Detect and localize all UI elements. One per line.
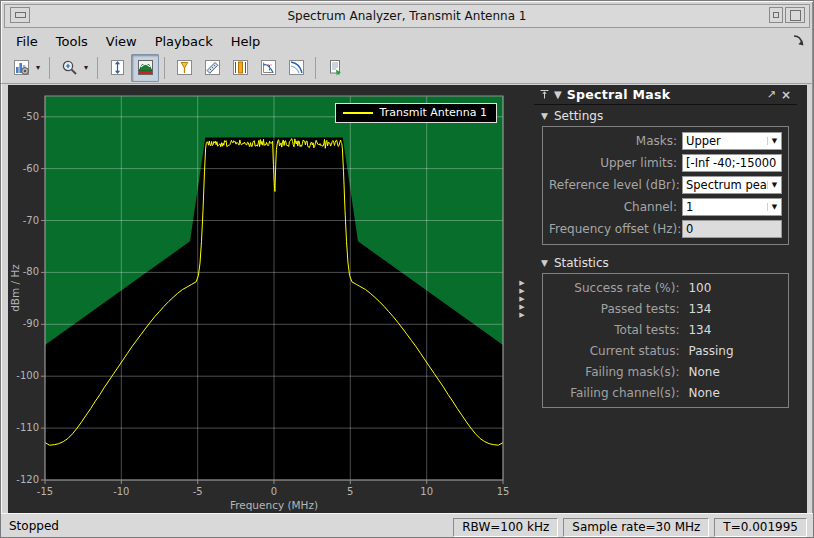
spectrum-settings-button[interactable] bbox=[7, 54, 35, 82]
distortion-measurements-button[interactable] bbox=[198, 54, 226, 82]
statistics-box: Success rate (%):100Passed tests:134Tota… bbox=[542, 273, 789, 408]
spectral-mask-icon bbox=[137, 59, 154, 76]
settings-dropdown[interactable]: Spectrum peak▼ bbox=[682, 176, 782, 194]
channel-measurements-icon bbox=[232, 59, 249, 76]
settings-input[interactable]: [-Inf -40;-15000 bbox=[682, 154, 782, 172]
ccdf-measurements-button[interactable] bbox=[254, 54, 282, 82]
status-box: T=0.001995 bbox=[714, 518, 807, 537]
zoom-dropdown-icon[interactable]: ▾ bbox=[84, 63, 92, 72]
window-title: Spectrum Analyzer, Transmit Antenna 1 bbox=[288, 9, 527, 23]
scale-y-axis-icon bbox=[109, 59, 126, 76]
scale-y-axis-button[interactable] bbox=[103, 54, 131, 82]
toolbar-separator bbox=[315, 57, 316, 79]
channel-measurements-button[interactable] bbox=[226, 54, 254, 82]
settings-label: Masks: bbox=[549, 134, 682, 148]
stat-value: 134 bbox=[683, 323, 711, 337]
stat-value: None bbox=[683, 386, 719, 400]
panel-splitter[interactable]: ▶ ▶ ▶ ▶ ▶ bbox=[510, 85, 534, 513]
stat-row: Total tests:134 bbox=[549, 319, 782, 340]
svg-text:-90: -90 bbox=[23, 318, 39, 329]
minimize-button[interactable] bbox=[769, 7, 783, 23]
collapse-statistics-icon: ▼ bbox=[541, 258, 548, 268]
distortion-measurements-icon bbox=[204, 59, 221, 76]
stat-value: 134 bbox=[683, 302, 711, 316]
spectrum-settings-dropdown-icon[interactable]: ▾ bbox=[36, 63, 44, 72]
peak-finder-icon bbox=[176, 59, 193, 76]
stat-label: Total tests: bbox=[549, 323, 683, 337]
svg-text:-110: -110 bbox=[16, 422, 39, 433]
svg-text:-70: -70 bbox=[23, 215, 39, 226]
stat-row: Passed tests:134 bbox=[549, 298, 782, 319]
plot-wrap: -15-10-5051015-50-60-70-80-90-100-110-12… bbox=[8, 85, 510, 513]
dropdown-value: Upper bbox=[683, 134, 767, 148]
generate-script-button[interactable] bbox=[321, 54, 349, 82]
zoom-button[interactable] bbox=[55, 54, 83, 82]
settings-label: Reference level (dBr): bbox=[549, 178, 682, 192]
collapse-settings-icon: ▼ bbox=[541, 111, 548, 121]
generate-script-icon bbox=[327, 59, 344, 76]
close-icon[interactable]: × bbox=[781, 90, 791, 100]
spectrum-settings-icon bbox=[13, 59, 30, 76]
chevron-down-icon[interactable]: ▼ bbox=[767, 181, 781, 189]
legend-label: Transmit Antenna 1 bbox=[380, 106, 487, 119]
spectral-mask-button[interactable] bbox=[131, 54, 159, 82]
dropdown-value: 1 bbox=[683, 200, 767, 214]
collapse-panel-icon[interactable]: ▼ bbox=[554, 90, 562, 100]
settings-dropdown[interactable]: Upper▼ bbox=[682, 132, 782, 150]
pin-icon[interactable] bbox=[540, 89, 549, 101]
toolbar-separator bbox=[97, 57, 98, 79]
window-menu-icon bbox=[15, 12, 26, 18]
stat-row: Failing channel(s):None bbox=[549, 382, 782, 403]
splitter-arrow-icon: ▶ bbox=[519, 312, 524, 319]
stat-value: None bbox=[683, 365, 719, 379]
splitter-arrow-icon: ▶ bbox=[519, 296, 524, 303]
svg-text:-100: -100 bbox=[16, 370, 39, 381]
legend: Transmit Antenna 1 bbox=[335, 103, 497, 123]
chevron-down-icon[interactable]: ▼ bbox=[767, 203, 781, 211]
stat-label: Failing channel(s): bbox=[549, 386, 683, 400]
menu-file[interactable]: File bbox=[7, 32, 47, 51]
maximize-button[interactable] bbox=[785, 7, 805, 23]
svg-text:-10: -10 bbox=[113, 486, 129, 497]
settings-section-header[interactable]: ▼ Settings bbox=[534, 105, 797, 124]
title-bar[interactable]: Spectrum Analyzer, Transmit Antenna 1 bbox=[4, 4, 810, 28]
menu-bar: FileToolsViewPlaybackHelp bbox=[1, 28, 813, 52]
undock-icon[interactable]: ↗ bbox=[767, 90, 776, 100]
stat-value: Passing bbox=[683, 344, 733, 358]
minimize-icon bbox=[773, 12, 779, 18]
peak-finder-button[interactable] bbox=[170, 54, 198, 82]
toolbar: ▾▾ bbox=[1, 52, 813, 84]
dropdown-value: Spectrum peak bbox=[683, 178, 767, 192]
svg-text:-60: -60 bbox=[23, 163, 39, 174]
menu-tools[interactable]: Tools bbox=[47, 32, 97, 51]
panel-header: ▼ Spectral Mask ↗ × bbox=[534, 85, 797, 105]
menu-view[interactable]: View bbox=[97, 32, 146, 51]
settings-row: Masks:Upper▼ bbox=[549, 130, 782, 152]
status-text: Stopped bbox=[9, 519, 448, 533]
dock-figure-icon[interactable] bbox=[792, 32, 805, 51]
status-box: Sample rate=30 MHz bbox=[563, 518, 709, 537]
svg-text:0: 0 bbox=[271, 486, 277, 497]
chevron-down-icon[interactable]: ▼ bbox=[767, 137, 781, 145]
stat-label: Failing mask(s): bbox=[549, 365, 683, 379]
menu-playback[interactable]: Playback bbox=[146, 32, 222, 51]
legend-line-sample bbox=[343, 112, 373, 114]
statistics-section-header[interactable]: ▼ Statistics bbox=[534, 252, 797, 271]
stat-label: Current status: bbox=[549, 344, 683, 358]
ccdf-measurements-icon bbox=[260, 59, 277, 76]
menu-help[interactable]: Help bbox=[222, 32, 270, 51]
stat-label: Passed tests: bbox=[549, 302, 683, 316]
svg-text:-15: -15 bbox=[37, 486, 53, 497]
svg-text:15: 15 bbox=[497, 486, 510, 497]
settings-dropdown[interactable]: 1▼ bbox=[682, 198, 782, 216]
settings-row: Reference level (dBr):Spectrum peak▼ bbox=[549, 174, 782, 196]
settings-input[interactable]: 0 bbox=[682, 220, 782, 238]
settings-section-title: Settings bbox=[554, 109, 603, 123]
status-box: RBW=100 kHz bbox=[453, 518, 558, 537]
window-menu-button[interactable] bbox=[10, 7, 30, 23]
svg-text:dBm / Hz: dBm / Hz bbox=[9, 264, 21, 312]
settings-label: Channel: bbox=[549, 200, 682, 214]
spectrum-plot[interactable]: -15-10-5051015-50-60-70-80-90-100-110-12… bbox=[8, 85, 510, 518]
spectrogram-button[interactable] bbox=[282, 54, 310, 82]
svg-text:-50: -50 bbox=[23, 111, 39, 122]
